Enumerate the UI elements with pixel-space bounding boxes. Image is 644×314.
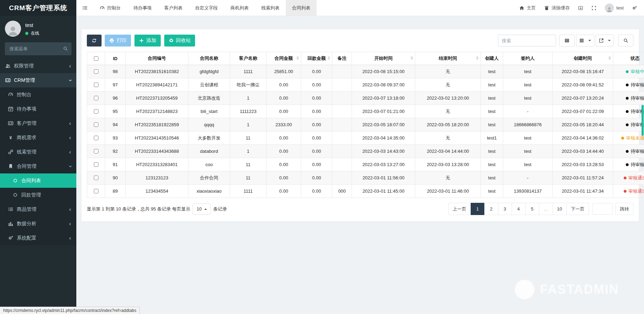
refresh-button[interactable] — [87, 35, 102, 47]
table-search-input[interactable] — [498, 35, 556, 47]
row-checkbox[interactable] — [94, 189, 98, 193]
language-button[interactable] — [578, 6, 583, 10]
printer-icon — [109, 38, 114, 43]
prev-page-button[interactable]: 上一页 — [448, 203, 471, 215]
cell-id: 91 — [105, 158, 126, 171]
row-checkbox-cell — [87, 118, 105, 131]
column-header[interactable]: 结束时间 — [415, 52, 481, 65]
row-checkbox[interactable] — [94, 83, 98, 87]
row-checkbox[interactable] — [94, 69, 98, 74]
add-button[interactable]: 添加 — [134, 35, 161, 47]
page-number-button[interactable]: ... — [539, 203, 553, 215]
column-header[interactable]: 签约人 — [503, 52, 553, 65]
nav-tab[interactable]: 控制台 — [94, 0, 127, 16]
row-checkbox[interactable] — [94, 136, 98, 140]
page-number-button[interactable]: 10 — [553, 203, 567, 215]
table-row: 97 HT20223894142171 云创课程 吃我一拂尘 0.00 0.00… — [87, 78, 644, 92]
sidebar-item[interactable]: CRM管理 — [0, 73, 76, 87]
nav-tab[interactable]: 客户列表 — [158, 0, 189, 16]
nav-tab[interactable]: 商机列表 — [224, 0, 255, 16]
status-dot-icon — [626, 150, 629, 153]
nav-tab[interactable]: 待办事项 — [127, 0, 158, 16]
scrollbar-thumb[interactable] — [642, 105, 644, 136]
cell-amount: 25851.00 — [266, 65, 301, 78]
fullscreen-button[interactable] — [591, 6, 596, 10]
row-checkbox-cell — [87, 145, 105, 158]
column-header[interactable]: 回款金额 — [301, 52, 332, 65]
row-checkbox[interactable] — [94, 176, 98, 180]
recycle-label: 回收站 — [176, 37, 191, 44]
page-number-button[interactable]: 4 — [512, 203, 526, 215]
page-number-button[interactable]: 5 — [525, 203, 539, 215]
menu-search-input[interactable] — [5, 42, 71, 55]
sidebar-item[interactable]: 商品管理 — [0, 202, 76, 216]
page-number-button[interactable]: 1 — [471, 203, 485, 215]
cell-payback: 0.00 — [301, 145, 332, 158]
user-menu[interactable]: test — [605, 3, 624, 13]
column-header[interactable]: 客户名称 — [230, 52, 266, 65]
row-checkbox[interactable] — [94, 122, 98, 127]
status-label: 待审核 — [631, 82, 644, 88]
column-header[interactable]: 备注 — [332, 52, 352, 65]
sidebar-item[interactable]: 数据分析 — [0, 216, 76, 231]
column-header[interactable]: 状态 — [613, 52, 644, 65]
menu-item-label: 客户管理 — [17, 120, 36, 127]
column-header[interactable]: 创建时间 — [553, 52, 613, 65]
settings-button[interactable] — [632, 6, 637, 10]
nav-tab[interactable]: 自定义字段 — [189, 0, 224, 16]
cell-start-time: 2022-03-08 15:15:00 — [352, 65, 415, 78]
sort-carets-icon — [476, 56, 479, 60]
menu-item-label: 控制台 — [17, 92, 32, 98]
jump-button[interactable]: 跳转 — [615, 203, 633, 215]
nav-tab[interactable]: 合同列表 — [286, 0, 317, 16]
sidebar-item[interactable]: 客户管理 — [0, 116, 76, 130]
detail-view-button[interactable] — [559, 35, 575, 47]
chevron-icon — [69, 202, 71, 216]
row-checkbox[interactable] — [94, 96, 98, 100]
sidebar-item[interactable]: 控制台 — [0, 87, 76, 102]
cell-status: 待审核 — [613, 92, 644, 105]
page-number-button[interactable]: 3 — [498, 203, 512, 215]
export-button[interactable] — [596, 35, 614, 47]
column-header[interactable]: 合同名称 — [188, 52, 230, 65]
cell-amount: 0.00 — [266, 185, 301, 198]
sidebar-item[interactable]: 权限管理 — [0, 59, 76, 73]
sidebar-toggle-button[interactable] — [76, 5, 94, 10]
cell-customer: 1111 — [230, 65, 266, 78]
column-header[interactable]: 开始时间 — [352, 52, 415, 65]
search-button[interactable] — [618, 35, 633, 47]
sidebar-item[interactable]: 系统配置 — [0, 231, 76, 245]
sidebar-item[interactable]: 回款管理 — [0, 188, 76, 202]
page-number-button[interactable]: 2 — [484, 203, 498, 215]
gears-icon — [632, 6, 637, 10]
column-header[interactable]: 合同编号 — [126, 52, 188, 65]
column-header-label: 开始时间 — [374, 56, 393, 61]
sidebar-item[interactable]: 合同管理 — [0, 159, 76, 173]
column-header[interactable]: 合同金额 — [266, 52, 301, 65]
column-header[interactable]: 创建人 — [481, 52, 503, 65]
row-checkbox[interactable] — [94, 109, 98, 114]
row-checkbox[interactable] — [94, 149, 98, 154]
recycle-bin-button[interactable]: 回收站 — [164, 35, 195, 47]
page-size-select[interactable]: 10 — [193, 204, 210, 215]
column-header[interactable]: ID — [105, 52, 126, 65]
sidebar-item[interactable]: 待办事项 — [0, 102, 76, 116]
sidebar-item[interactable]: 合同列表 — [0, 173, 76, 188]
cell-amount: 0.00 — [266, 145, 301, 158]
clear-cache-link[interactable]: 清除缓存 — [544, 5, 570, 11]
jump-page-input[interactable] — [593, 203, 613, 215]
nav-tab[interactable]: 线索列表 — [255, 0, 286, 16]
home-link[interactable]: 主页 — [519, 5, 536, 11]
avatar[interactable] — [5, 21, 21, 37]
sidebar-item[interactable]: 商机需求 — [0, 130, 76, 145]
sidebar-item[interactable]: 线索管理 — [0, 145, 76, 159]
next-page-button[interactable]: 下一页 — [566, 203, 589, 215]
row-checkbox-cell — [87, 78, 105, 92]
columns-button[interactable] — [576, 35, 594, 47]
row-checkbox[interactable] — [94, 162, 98, 167]
sidebar: CRM客户管理系统 test 在线 权限管理 — [0, 0, 76, 314]
select-all-checkbox[interactable] — [94, 56, 98, 61]
print-button[interactable]: 打印 — [105, 35, 131, 47]
cell-status: 审核中 — [613, 65, 644, 78]
add-label: 添加 — [146, 37, 156, 44]
